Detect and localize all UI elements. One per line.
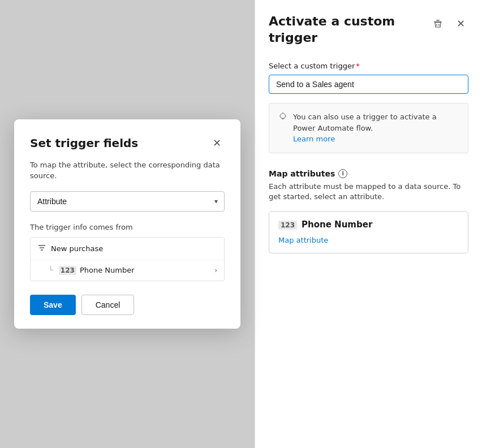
info-box-text: You can also use a trigger to activate a… — [293, 111, 459, 145]
tree-chevron-right-icon: › — [214, 266, 217, 274]
tree-child-item[interactable]: └ 123 Phone Number › — [31, 260, 224, 281]
tree-child-label: Phone Number — [80, 266, 135, 274]
trigger-tree: New purchase └ 123 Phone Number › — [30, 237, 225, 281]
svg-rect-4 — [436, 20, 440, 21]
modal-close-button[interactable]: ✕ — [209, 135, 225, 151]
right-panel-header: Activate a custom trigger ✕ — [269, 14, 468, 46]
trigger-field-label: Select a custom trigger* — [269, 62, 468, 70]
phone-number-hash-icon: 123 — [278, 220, 297, 229]
set-trigger-fields-modal: Set trigger fields ✕ To map the attribut… — [14, 119, 240, 328]
cancel-button[interactable]: Cancel — [81, 295, 135, 315]
panel-title: Activate a custom trigger — [269, 14, 430, 46]
learn-more-link[interactable]: Learn more — [293, 135, 335, 143]
map-attributes-section-title: Map attributes i — [269, 169, 468, 178]
modal-header: Set trigger fields ✕ — [30, 135, 225, 151]
hash-icon: 123 — [59, 266, 76, 275]
info-box: You can also use a trigger to activate a… — [269, 103, 468, 153]
close-panel-button[interactable]: ✕ — [453, 16, 468, 32]
info-icon[interactable]: i — [338, 169, 347, 178]
bulb-icon — [278, 112, 287, 123]
left-background: Set trigger fields ✕ To map the attribut… — [0, 0, 255, 448]
phone-number-label: Phone Number — [302, 219, 372, 230]
map-attribute-link[interactable]: Map attribute — [278, 236, 328, 244]
svg-point-7 — [281, 114, 286, 119]
phone-number-attribute-card: 123 Phone Number Map attribute — [269, 211, 468, 253]
save-button[interactable]: Save — [30, 295, 76, 315]
modal-title: Set trigger fields — [30, 136, 138, 150]
map-attributes-subtitle: Each attribute must be mapped to a data … — [269, 182, 468, 202]
attribute-dropdown[interactable]: Attribute — [30, 191, 225, 212]
trigger-select-input[interactable] — [269, 75, 468, 94]
tree-parent-label: New purchase — [51, 244, 103, 253]
header-icons: ✕ — [430, 16, 468, 32]
tree-parent-item: New purchase — [31, 238, 224, 260]
right-panel: Activate a custom trigger ✕ Select a cus… — [255, 0, 482, 448]
attribute-dropdown-wrapper: Attribute ▾ — [30, 191, 225, 212]
trash-icon — [433, 19, 443, 29]
tree-connector: └ — [49, 266, 53, 274]
attribute-card-header: 123 Phone Number — [278, 219, 459, 230]
trigger-info-label: The trigger info comes from — [30, 223, 225, 231]
modal-overlay: Set trigger fields ✕ To map the attribut… — [0, 0, 255, 448]
modal-description: To map the attribute, select the corresp… — [30, 160, 225, 180]
filter-icon — [37, 243, 46, 254]
modal-footer: Save Cancel — [30, 295, 225, 315]
delete-button[interactable] — [430, 16, 446, 32]
